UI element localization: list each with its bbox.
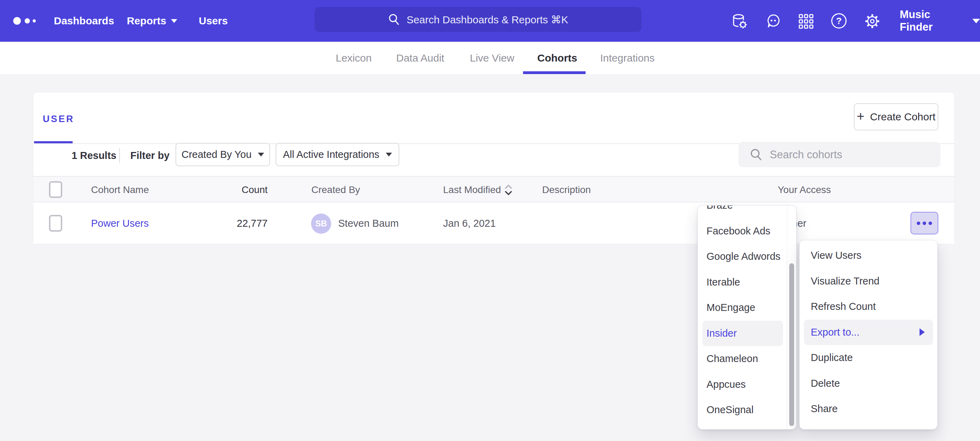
submenu-item-appcues[interactable]: Appcues [698, 372, 788, 398]
tab-label: Lexicon [336, 52, 372, 64]
column-label: Count [242, 184, 267, 195]
search-icon [388, 13, 400, 26]
create-cohort-button[interactable]: + Create Cohort [854, 103, 938, 130]
integrations-filter-dropdown[interactable]: All Active Integrations [275, 143, 399, 166]
export-destinations-submenu: Braze Facebook Ads Google Adwords Iterab… [697, 205, 797, 430]
menu-item-visualize-trend[interactable]: Visualize Trend [800, 268, 937, 294]
top-navigation-bar: Dashboards Reports Users Search Dashboar… [0, 0, 980, 42]
menu-item-refresh-count[interactable]: Refresh Count [800, 294, 937, 320]
submenu-item-onesignal[interactable]: OneSignal [698, 397, 788, 423]
column-label: Created By [311, 184, 360, 195]
create-cohort-label: Create Cohort [870, 111, 935, 123]
table-row: Power Users 22,777 SB Steven Baum Jan 6,… [33, 203, 954, 244]
submenu-item-label: Braze [706, 205, 733, 211]
submenu-item-label: Chameleon [706, 353, 758, 364]
tab-cohorts[interactable]: Cohorts [537, 42, 577, 74]
count-cell: 22,777 [226, 203, 267, 244]
column-header-count[interactable]: Count [233, 177, 267, 203]
submenu-arrow-icon [920, 328, 925, 336]
divider [787, 206, 787, 429]
data-management-icon[interactable] [732, 13, 748, 29]
column-header-cohort-name[interactable]: Cohort Name [91, 177, 149, 203]
submenu-item-google-adwords[interactable]: Google Adwords [698, 244, 788, 270]
sort-icon[interactable] [504, 184, 512, 196]
column-header-created-by[interactable]: Created By [311, 177, 360, 203]
submenu-item-insider[interactable]: Insider [702, 321, 783, 347]
menu-item-duplicate[interactable]: Duplicate [800, 345, 937, 371]
tab-live-view[interactable]: Live View [470, 42, 514, 74]
active-tab-indicator [523, 71, 585, 74]
submenu-item-braze[interactable]: Braze [698, 205, 788, 219]
nav-item-dashboards[interactable]: Dashboards [54, 0, 114, 42]
nav-item-users[interactable]: Users [199, 0, 228, 42]
select-all-checkbox[interactable] [49, 181, 62, 198]
submenu-item-label: Appcues [706, 379, 746, 390]
nav-item-reports[interactable]: Reports [127, 0, 177, 42]
menu-item-label: Visualize Trend [811, 275, 880, 287]
created-by-cell: SB Steven Baum [311, 203, 399, 244]
row-checkbox[interactable] [49, 215, 62, 232]
column-label: Last Modified [443, 184, 501, 195]
feedback-chat-icon[interactable] [765, 13, 781, 29]
menu-item-share[interactable]: Share [800, 396, 937, 422]
filter-by-label: Filter by [130, 150, 170, 161]
submenu-scrollbar-thumb[interactable] [789, 263, 794, 426]
menu-item-export-to[interactable]: Export to... [804, 320, 933, 345]
menu-item-label: View Users [811, 250, 862, 261]
column-header-last-modified[interactable]: Last Modified [443, 177, 512, 203]
filter-label: All Active Integrations [283, 149, 379, 160]
submenu-item-label: OneSignal [706, 404, 753, 415]
menu-item-label: Refresh Count [811, 301, 876, 312]
tab-label: Data Audit [396, 52, 444, 64]
submenu-item-label: Google Adwords [706, 251, 781, 262]
chevron-down-icon [171, 19, 177, 23]
project-name: Music Finder [900, 8, 965, 34]
global-search-placeholder: Search Dashboards & Reports ⌘K [407, 14, 568, 26]
row-actions-context-menu: View Users Visualize Trend Refresh Count… [799, 240, 938, 430]
plus-icon: + [857, 110, 864, 123]
context-menu-list: View Users Visualize Trend Refresh Count… [800, 243, 937, 422]
circle-dot-icon [917, 222, 920, 225]
tab-label: Cohorts [537, 52, 577, 64]
filter-label: Created By You [181, 149, 251, 160]
tab-lexicon[interactable]: Lexicon [336, 42, 372, 74]
menu-item-delete[interactable]: Delete [800, 371, 937, 396]
tab-label: Integrations [600, 52, 655, 64]
results-count: 1 Results [72, 150, 116, 161]
tab-data-audit[interactable]: Data Audit [396, 42, 444, 74]
column-header-your-access[interactable]: Your Access [778, 177, 831, 203]
last-modified-cell: Jan 6, 2021 [443, 203, 496, 244]
cohort-name-cell: Power Users [91, 203, 149, 244]
submenu-item-iterable[interactable]: Iterable [698, 270, 788, 295]
nav-label: Dashboards [54, 15, 114, 27]
row-more-actions-button[interactable] [910, 212, 938, 235]
cohort-name-link[interactable]: Power Users [91, 218, 149, 229]
search-cohorts-input[interactable]: Search cohorts [738, 142, 940, 167]
app-root: Dashboards Reports Users Search Dashboar… [0, 0, 980, 441]
apps-grid-icon[interactable] [798, 13, 814, 29]
tab-integrations[interactable]: Integrations [600, 42, 655, 74]
submenu-item-label: Insider [706, 328, 737, 339]
tab-user-cohorts[interactable]: USER [43, 114, 74, 125]
chevron-down-icon [258, 153, 264, 157]
help-icon[interactable]: ? [831, 13, 847, 29]
submenu-item-chameleon[interactable]: Chameleon [698, 346, 788, 372]
menu-item-label: Share [811, 403, 837, 415]
submenu-item-label: MoEngage [706, 302, 755, 313]
submenu-item-label: Facebook Ads [706, 225, 770, 237]
chevron-down-icon [972, 19, 980, 23]
submenu-item-facebook-ads[interactable]: Facebook Ads [698, 219, 788, 244]
submenu-item-moengage[interactable]: MoEngage [698, 295, 788, 321]
menu-item-view-users[interactable]: View Users [800, 243, 937, 268]
column-header-description[interactable]: Description [542, 177, 591, 203]
mixpanel-logo-icon[interactable] [13, 0, 55, 42]
project-switcher[interactable]: Music Finder [900, 0, 980, 42]
table-header-row: Cohort Name Count Created By Last Modifi… [33, 176, 954, 203]
global-search-input[interactable]: Search Dashboards & Reports ⌘K [315, 7, 641, 32]
avatar: SB [311, 214, 331, 234]
chevron-down-icon [386, 153, 392, 157]
circle-dot-icon [929, 222, 932, 225]
settings-gear-icon[interactable] [864, 13, 880, 29]
created-by-filter-dropdown[interactable]: Created By You [175, 143, 270, 166]
tab-label: Live View [470, 52, 514, 64]
